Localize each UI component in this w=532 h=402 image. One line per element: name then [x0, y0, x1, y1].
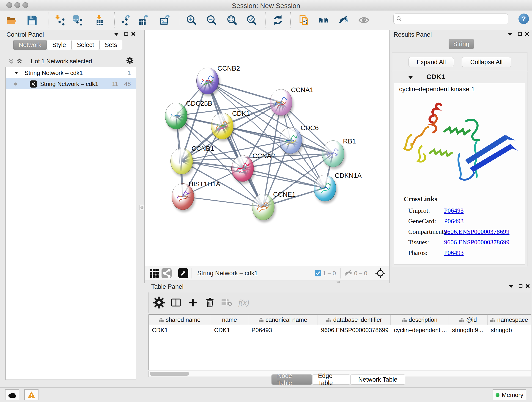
crosslink-pharos-link[interactable]: P06493: [444, 249, 464, 256]
detach-view-icon[interactable]: [178, 268, 188, 278]
network-node-rb1[interactable]: [322, 140, 344, 167]
network-node-cdk1[interactable]: [211, 113, 234, 139]
warnings-button[interactable]: [24, 389, 38, 400]
import-network-database-icon[interactable]: path d="M27 7 10 18 27 29" stroke="#1748…: [71, 14, 84, 27]
crosslink-genecard-link[interactable]: P06493: [444, 217, 464, 225]
export-image-icon[interactable]: [158, 14, 171, 27]
grid-view-icon[interactable]: [150, 269, 159, 278]
expand-all-networks-icon[interactable]: [17, 58, 22, 64]
collapse-all-networks-icon[interactable]: [8, 58, 14, 64]
search-input[interactable]: [404, 15, 505, 22]
panel-close-icon[interactable]: [525, 32, 529, 36]
network-canvas[interactable]: CCNB2CCNA1CDC25BCDK1CDC6RB1CCNB1CCNA2CDK…: [145, 30, 389, 266]
crosslink-label: Pharos:: [408, 249, 428, 256]
expand-all-button[interactable]: Expand All: [409, 57, 454, 67]
panel-close-icon[interactable]: [526, 284, 530, 288]
panel-close-icon[interactable]: [131, 32, 135, 36]
column-header[interactable]: database identifier: [318, 315, 391, 325]
crosslink-uniprot-link[interactable]: P06493: [444, 207, 464, 214]
crosslink-tissues-link[interactable]: 9606.ENSP00000378699: [444, 239, 509, 246]
hidden-items-eye-icon[interactable]: [344, 270, 353, 277]
network-node-ccne1[interactable]: [252, 194, 274, 220]
search-box[interactable]: [393, 13, 508, 24]
tab-select[interactable]: Select: [71, 40, 99, 50]
panel-float-icon[interactable]: [518, 32, 522, 36]
network-selection-status: 1 of 1 Network selected: [30, 58, 99, 65]
panel-menu-caret-icon[interactable]: [114, 32, 119, 36]
network-options-gear-icon[interactable]: [126, 56, 134, 64]
tab-node-table[interactable]: Node Table: [272, 375, 312, 385]
tab-network-table[interactable]: Network Table: [350, 375, 405, 385]
network-edge[interactable]: [183, 196, 263, 207]
table-row[interactable]: CDK1 CDK1 P06493 9606.ENSP00000378699 cy…: [149, 325, 531, 335]
string-view-icon[interactable]: [162, 268, 172, 278]
separator: [372, 268, 372, 279]
crosslink-compartments-link[interactable]: 9606.ENSP00000378699: [444, 228, 509, 235]
network-node-ccnb2[interactable]: [196, 68, 219, 94]
panel-menu-caret-icon[interactable]: [507, 32, 513, 36]
bottom-splitter-handle[interactable]: [336, 280, 341, 283]
network-node-cdc25b[interactable]: [165, 103, 187, 129]
automation-cloud-button[interactable]: [5, 389, 19, 400]
network-node-cdc6[interactable]: [279, 127, 302, 154]
export-table-icon[interactable]: [137, 14, 150, 27]
network-collection-row[interactable]: String Network – cdk1 1: [6, 67, 136, 78]
results-panel: Results Panel String Expand All Collapse…: [392, 30, 532, 281]
copy-network-icon[interactable]: path d="M27 7 10 18 27 29" stroke="#1748…: [298, 14, 311, 27]
table-toolbar: f(x): [148, 292, 531, 313]
network-node-label: CCNB2: [217, 65, 240, 72]
show-columns-icon[interactable]: [169, 296, 183, 309]
apply-layout-icon[interactable]: [272, 14, 284, 27]
network-row-selected[interactable]: String Network – cdk1 11 48: [6, 78, 136, 89]
column-header[interactable]: @id: [449, 315, 488, 325]
memory-button[interactable]: Memory: [493, 389, 526, 400]
panel-float-icon[interactable]: [518, 284, 523, 288]
panel-menu-caret-icon[interactable]: [509, 285, 514, 288]
zoom-out-icon[interactable]: [205, 14, 218, 27]
import-table-icon[interactable]: [93, 14, 106, 27]
tab-string-results[interactable]: String: [449, 39, 474, 49]
save-session-icon[interactable]: [26, 14, 38, 27]
collapse-all-button[interactable]: Collapse All: [462, 57, 511, 67]
crosshair-icon[interactable]: [375, 268, 385, 278]
network-node-label: CDK1: [232, 110, 250, 117]
tab-sets[interactable]: Sets: [99, 40, 122, 50]
zoom-in-icon[interactable]: [185, 14, 198, 27]
zoom-fit-icon[interactable]: [225, 14, 238, 27]
column-header[interactable]: description: [391, 315, 449, 325]
network-node-cdkn1a[interactable]: [314, 175, 336, 201]
help-button[interactable]: ?: [519, 13, 529, 24]
left-splitter[interactable]: [144, 30, 145, 283]
tab-network[interactable]: Network: [13, 40, 47, 50]
birdseye-view-icon[interactable]: [317, 14, 330, 27]
network-node-ccna1[interactable]: [270, 89, 292, 116]
column-header[interactable]: namespace: [488, 315, 531, 325]
open-session-icon[interactable]: [5, 14, 18, 27]
panel-float-icon[interactable]: [124, 32, 128, 36]
hide-panel-icon[interactable]: [337, 14, 350, 27]
tab-edge-table[interactable]: Edge Table: [312, 375, 350, 385]
network-node-ccnb1[interactable]: [171, 148, 193, 174]
network-list: String Network – cdk1 1 String Network –…: [6, 67, 136, 380]
export-network-icon[interactable]: path d="M27 7 10 18 27 29" stroke="#1748…: [119, 14, 132, 27]
column-header[interactable]: name: [211, 315, 248, 325]
network-node-label: CCNA2: [253, 152, 275, 160]
right-splitter-line: [391, 30, 391, 283]
selected-nodes-checkbox-icon[interactable]: [315, 270, 321, 276]
column-header[interactable]: canonical name: [248, 315, 318, 325]
column-header[interactable]: shared name: [149, 315, 211, 325]
import-network-icon[interactable]: path d="M27 7 10 18 27 29" stroke="#1748…: [53, 14, 66, 27]
tree-expander-icon[interactable]: [14, 71, 19, 75]
left-splitter-handle[interactable]: [139, 205, 144, 210]
section-expander-icon[interactable]: [408, 76, 413, 79]
tab-style[interactable]: Style: [47, 40, 71, 50]
show-panel-icon[interactable]: [357, 14, 370, 27]
add-column-icon[interactable]: [186, 296, 200, 309]
zoom-selected-icon[interactable]: [245, 14, 258, 27]
table-panel-title: Table Panel: [151, 283, 184, 290]
table-options-gear-icon[interactable]: [152, 296, 166, 309]
control-panel: Control Panel Network Style Select Sets …: [0, 30, 139, 387]
delete-column-icon[interactable]: [203, 296, 216, 309]
right-splitter[interactable]: [389, 30, 390, 283]
network-node-ccna2[interactable]: [231, 155, 254, 182]
